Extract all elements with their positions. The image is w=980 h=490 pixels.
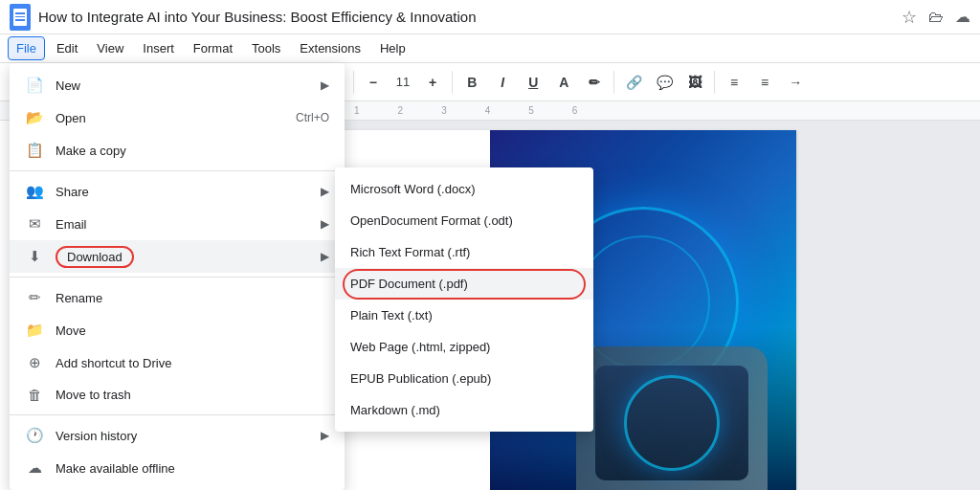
shortcut-icon: ⊕: [25, 354, 44, 371]
toolbar-divider-6: [613, 71, 614, 94]
text-color-icon: A: [559, 75, 568, 90]
new-label: New: [56, 78, 309, 93]
share-label: Share: [56, 185, 309, 199]
copy-label: Make a copy: [56, 144, 329, 158]
offline-label: Make available offline: [56, 461, 329, 476]
submenu-item-md[interactable]: Markdown (.md): [335, 394, 593, 426]
underline-button[interactable]: U: [520, 69, 546, 96]
file-menu-item-version-history[interactable]: 🕐 Version history ▶: [10, 419, 345, 452]
email-arrow-icon: ▶: [321, 217, 329, 231]
menu-item-tools[interactable]: Tools: [244, 37, 288, 59]
submenu-item-epub[interactable]: EPUB Publication (.epub): [335, 363, 593, 394]
menu-item-edit[interactable]: Edit: [49, 37, 85, 59]
font-size-decrease[interactable]: −: [360, 69, 387, 96]
move-icon: 📁: [25, 322, 44, 339]
rtf-label: Rich Text Format (.rtf): [350, 245, 470, 259]
file-menu-item-offline[interactable]: ☁ Make available offline: [10, 452, 345, 484]
download-arrow-icon: ▶: [321, 250, 329, 263]
title-action-icons: ☆ 🗁 ☁: [902, 7, 970, 28]
submenu-item-txt[interactable]: Plain Text (.txt): [335, 300, 593, 331]
share-icon: 👥: [25, 183, 44, 200]
new-icon: 📄: [25, 77, 44, 94]
file-dropdown-menu: 📄 New ▶ 📂 Open Ctrl+O 📋 Make a copy 👥 Sh…: [10, 63, 345, 490]
move-label: Move: [56, 323, 329, 338]
rename-label: Rename: [56, 291, 329, 305]
file-menu-item-share[interactable]: 👥 Share ▶: [10, 175, 345, 208]
file-menu-item-email[interactable]: ✉ Email ▶: [10, 208, 345, 240]
file-menu-item-shortcut[interactable]: ⊕ Add shortcut to Drive: [10, 346, 345, 379]
version-history-icon: 🕐: [25, 427, 44, 444]
share-arrow-icon: ▶: [321, 185, 329, 198]
txt-label: Plain Text (.txt): [350, 308, 433, 323]
file-menu-item-open[interactable]: 📂 Open Ctrl+O: [10, 101, 345, 134]
html-label: Web Page (.html, zipped): [350, 340, 490, 354]
pdf-label: PDF Document (.pdf): [350, 277, 468, 291]
image-button[interactable]: 🖼: [681, 69, 708, 96]
toolbar-divider-7: [714, 71, 715, 94]
highlight-button[interactable]: ✏: [581, 69, 608, 96]
download-icon: ⬇: [25, 248, 44, 265]
file-menu-item-copy[interactable]: 📋 Make a copy: [10, 134, 345, 167]
open-label: Open: [56, 111, 284, 125]
folder-icon[interactable]: 🗁: [928, 9, 944, 26]
trash-icon: 🗑: [25, 387, 44, 403]
submenu-item-rtf[interactable]: Rich Text Format (.rtf): [335, 236, 593, 268]
open-shortcut: Ctrl+O: [296, 111, 329, 124]
submenu-item-odt[interactable]: OpenDocument Format (.odt): [335, 205, 593, 236]
md-label: Markdown (.md): [350, 403, 440, 417]
offline-icon: ☁: [25, 459, 44, 477]
menu-item-insert[interactable]: Insert: [135, 37, 182, 59]
version-history-label: Version history: [56, 429, 309, 443]
font-size-value: 11: [396, 75, 410, 89]
menu-divider-3: [10, 414, 345, 415]
submenu-item-html[interactable]: Web Page (.html, zipped): [335, 331, 593, 363]
link-button[interactable]: 🔗: [620, 69, 647, 96]
text-color-button[interactable]: A: [550, 69, 577, 96]
email-icon: ✉: [25, 215, 44, 233]
italic-button[interactable]: I: [489, 69, 516, 96]
file-menu-item-download[interactable]: ⬇ Download ▶: [10, 240, 345, 273]
menu-item-help[interactable]: Help: [372, 37, 413, 59]
open-icon: 📂: [25, 109, 44, 126]
epub-label: EPUB Publication (.epub): [350, 371, 491, 386]
copy-icon: 📋: [25, 142, 44, 159]
shortcut-label: Add shortcut to Drive: [56, 356, 329, 370]
font-size-increase[interactable]: +: [419, 69, 446, 96]
document-title: How to Integrate AI into Your Business: …: [38, 9, 894, 25]
menu-divider-2: [10, 277, 345, 278]
file-menu-item-new[interactable]: 📄 New ▶: [10, 69, 345, 101]
font-size-field[interactable]: 11: [390, 71, 415, 93]
file-menu-item-trash[interactable]: 🗑 Move to trash: [10, 379, 345, 411]
email-label: Email: [56, 217, 309, 232]
new-arrow-icon: ▶: [321, 78, 329, 92]
toolbar-divider-4: [353, 71, 354, 94]
docs-app-icon: [10, 4, 31, 31]
docx-label: Microsoft Word (.docx): [350, 182, 476, 196]
file-menu-item-rename[interactable]: ✏ Rename: [10, 281, 345, 314]
menu-bar: File Edit View Insert Format Tools Exten…: [0, 34, 980, 63]
align-button[interactable]: ≡: [721, 69, 747, 96]
menu-divider-1: [10, 170, 345, 171]
submenu-item-pdf[interactable]: PDF Document (.pdf): [335, 268, 593, 300]
rename-icon: ✏: [25, 289, 44, 306]
menu-item-extensions[interactable]: Extensions: [292, 37, 368, 59]
cloud-icon[interactable]: ☁: [955, 8, 970, 26]
menu-item-file[interactable]: File: [8, 36, 45, 60]
trash-label: Move to trash: [56, 388, 329, 402]
bold-button[interactable]: B: [458, 69, 485, 96]
indent-button[interactable]: →: [782, 69, 809, 96]
file-menu-item-move[interactable]: 📁 Move: [10, 314, 345, 346]
star-icon[interactable]: ☆: [902, 7, 917, 28]
odt-label: OpenDocument Format (.odt): [350, 213, 513, 228]
download-label: Download: [56, 250, 309, 264]
title-bar: How to Integrate AI into Your Business: …: [0, 0, 980, 34]
comment-button[interactable]: 💬: [651, 69, 678, 96]
submenu-item-docx[interactable]: Microsoft Word (.docx): [335, 173, 593, 205]
toolbar-divider-5: [452, 71, 453, 94]
menu-item-view[interactable]: View: [89, 37, 131, 59]
menu-item-format[interactable]: Format: [186, 37, 240, 59]
download-submenu: Microsoft Word (.docx) OpenDocument Form…: [335, 167, 593, 432]
version-history-arrow-icon: ▶: [321, 429, 329, 442]
list-button[interactable]: ≡: [751, 69, 778, 96]
download-circled-label: Download: [56, 246, 134, 268]
